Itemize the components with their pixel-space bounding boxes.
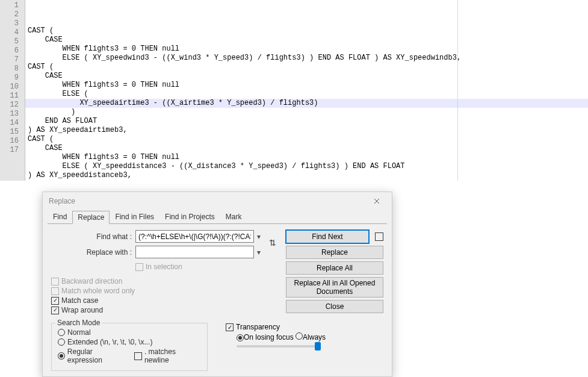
line-number: 17 <box>0 146 25 155</box>
transparency-always-radio[interactable]: Always <box>296 333 326 341</box>
code-line[interactable]: END AS FLOAT <box>25 117 588 126</box>
dialog-tabs: FindReplaceFind in FilesFind in Projects… <box>43 210 392 223</box>
replace-with-input[interactable] <box>135 246 254 258</box>
close-button[interactable]: Close <box>286 300 383 313</box>
code-line[interactable]: CAST ( <box>25 26 588 36</box>
replace-button[interactable]: Replace <box>286 246 383 259</box>
tab-mark[interactable]: Mark <box>220 210 247 223</box>
line-number: 12 <box>0 101 25 110</box>
find-next-button[interactable]: Find Next <box>286 230 369 243</box>
line-number: 1 <box>0 1 25 10</box>
line-number: 7 <box>0 55 25 64</box>
mode-normal-radio[interactable]: Normal <box>58 328 201 337</box>
code-line[interactable]: CAST ( <box>25 135 588 144</box>
code-line[interactable]: WHEN flights3 = 0 THEN null <box>25 45 588 54</box>
dot-matches-newline-check[interactable]: . matches newline <box>134 347 201 364</box>
line-number: 6 <box>0 46 25 55</box>
tab-replace[interactable]: Replace <box>72 211 110 224</box>
find-next-extra-check[interactable] <box>375 232 383 241</box>
line-number: 2 <box>0 10 25 19</box>
transparency-slider[interactable] <box>237 345 321 347</box>
line-number: 16 <box>0 137 25 146</box>
match-case-check[interactable]: ✓Match case <box>51 296 280 305</box>
line-number: 13 <box>0 110 25 119</box>
line-number: 11 <box>0 92 25 101</box>
code-line[interactable]: CAST ( <box>25 63 588 72</box>
line-number: 9 <box>0 73 25 83</box>
search-mode-group-title: Search Mode <box>55 319 102 327</box>
code-line[interactable]: ) AS XY_speedairtimeb3, <box>25 126 588 135</box>
code-line[interactable]: ELSE ( XY_speedwind3 - ((X_wind3 * Y_spe… <box>25 54 588 63</box>
replace-dialog: Replace FindReplaceFind in FilesFind in … <box>42 192 392 377</box>
transparency-check[interactable]: ✓ Transparency <box>226 323 383 331</box>
code-line[interactable]: CASE <box>25 144 588 153</box>
code-line[interactable]: ELSE ( XY_speeddistance3 - ((X_distance3… <box>25 162 588 171</box>
edge-ruler <box>457 0 458 181</box>
replace-with-label: Replace with : <box>51 248 135 257</box>
code-line[interactable]: XY_speedairtime3 - ((X_airtime3 * Y_spee… <box>25 99 588 108</box>
code-line[interactable]: CASE <box>25 36 588 45</box>
code-line[interactable]: ) AS XY_speeddistanceb3, <box>25 171 588 180</box>
dropdown-icon[interactable]: ▾ <box>254 232 263 241</box>
code-line[interactable]: CASE <box>25 72 588 81</box>
line-number-gutter: 1234567891011121314151617 <box>0 0 25 181</box>
mode-extended-radio[interactable]: Extended (\n, \r, \t, \0, \x...) <box>58 338 201 346</box>
find-what-input[interactable] <box>135 230 254 243</box>
code-line[interactable]: ) <box>25 108 588 117</box>
tab-find-in-projects[interactable]: Find in Projects <box>159 210 220 223</box>
whole-word-check: Match whole word only <box>51 287 280 295</box>
replace-all-button[interactable]: Replace All <box>286 261 383 275</box>
code-line[interactable]: ELSE ( <box>25 90 588 99</box>
tab-find[interactable]: Find <box>48 210 72 223</box>
dropdown-icon[interactable]: ▾ <box>254 248 263 257</box>
mode-regex-radio[interactable]: Regular expression . matches newline <box>58 347 201 364</box>
editor-area: 1234567891011121314151617 CAST ( CASE WH… <box>0 0 588 181</box>
in-selection-check: In selection <box>135 263 280 271</box>
replace-all-docs-button[interactable]: Replace All in All Opened Documents <box>286 277 383 298</box>
line-number: 5 <box>0 37 25 46</box>
close-icon[interactable] <box>368 195 386 207</box>
line-number: 4 <box>0 28 25 37</box>
backward-direction-check: Backward direction <box>51 277 280 285</box>
transparency-losing-radio[interactable]: On losing focus <box>237 333 294 341</box>
code-line[interactable]: WHEN flights3 = 0 THEN null <box>25 153 588 162</box>
wrap-around-check[interactable]: ✓Wrap around <box>51 306 280 314</box>
find-what-label: Find what : <box>51 232 135 241</box>
line-number: 3 <box>0 19 25 28</box>
tab-find-in-files[interactable]: Find in Files <box>110 210 159 223</box>
dialog-title: Replace <box>49 197 75 205</box>
swap-icon[interactable]: ⇅ <box>265 230 280 255</box>
dialog-titlebar[interactable]: Replace <box>43 192 392 210</box>
line-number: 15 <box>0 128 25 137</box>
code-line[interactable]: WHEN flights3 = 0 THEN null <box>25 81 588 90</box>
code-editor[interactable]: CAST ( CASE WHEN flights3 = 0 THEN null … <box>25 0 588 181</box>
line-number: 10 <box>0 83 25 92</box>
line-number: 8 <box>0 64 25 73</box>
line-number: 14 <box>0 119 25 128</box>
